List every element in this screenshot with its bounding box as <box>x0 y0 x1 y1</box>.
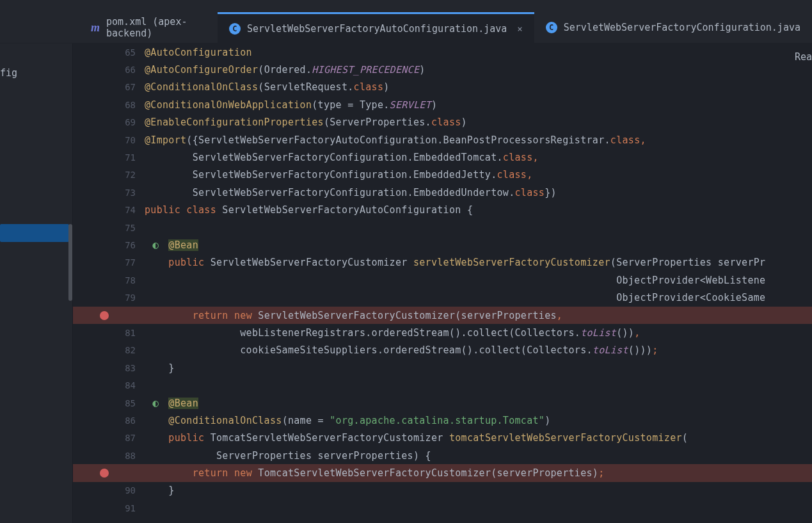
token: , <box>527 169 532 181</box>
gutter[interactable]: 67 <box>73 82 145 92</box>
code-content[interactable]: @ConditionalOnWebApplication(type = Type… <box>145 99 437 111</box>
line-number: 67 <box>125 82 136 92</box>
code-line[interactable]: 84 <box>73 376 812 394</box>
code-content[interactable]: public TomcatServletWebServerFactoryCust… <box>145 432 688 444</box>
code-content[interactable]: webListenerRegistrars.orderedStream().co… <box>145 327 641 339</box>
code-line[interactable]: 86 @ConditionalOnClass(name = "org.apach… <box>73 412 812 429</box>
code-line[interactable]: 88 ServerProperties serverProperties) { <box>73 447 812 464</box>
sidebar-scrollbar-thumb[interactable] <box>68 224 72 301</box>
gutter[interactable]: 72 <box>73 170 145 180</box>
gutter[interactable]: 91 <box>73 503 145 513</box>
line-number: 81 <box>125 328 136 338</box>
tab-servlet-auto-config[interactable]: C ServletWebServerFactoryAutoConfigurati… <box>218 12 534 43</box>
code-content[interactable]: public class ServletWebServerFactoryAuto… <box>145 204 473 216</box>
code-line[interactable]: 77 public ServletWebServerFactoryCustomi… <box>73 254 812 271</box>
tab-pom[interactable]: m pom.xml (apex-backend) <box>79 12 218 43</box>
code-content[interactable]: ServerProperties serverProperties) { <box>145 450 431 462</box>
code-line[interactable]: 83 } <box>73 359 812 376</box>
code-line[interactable]: 73 ServletWebServerFactoryConfiguration.… <box>73 184 812 201</box>
gutter[interactable]: 76◐ <box>73 240 145 250</box>
gutter[interactable]: 66 <box>73 65 145 75</box>
code-content[interactable]: cookieSameSiteSuppliers.orderedStream().… <box>145 344 658 356</box>
code-content[interactable]: ServletWebServerFactoryConfiguration.Emb… <box>145 187 557 198</box>
code-line[interactable]: return new TomcatServletWebServerFactory… <box>73 464 812 481</box>
project-sidebar[interactable]: fig <box>0 44 73 523</box>
gutter[interactable]: 65 <box>73 47 145 58</box>
token: @ConditionalOnClass <box>168 415 282 426</box>
code-content[interactable]: @ConditionalOnClass(ServletRequest.class… <box>145 81 390 93</box>
code-content[interactable]: return new TomcatServletWebServerFactory… <box>145 467 605 479</box>
gutter[interactable]: 78 <box>73 275 145 286</box>
code-line[interactable]: 67@ConditionalOnClass(ServletRequest.cla… <box>73 79 812 96</box>
gutter[interactable]: 83 <box>73 363 145 373</box>
code-line[interactable]: 72 ServletWebServerFactoryConfiguration.… <box>73 166 812 184</box>
code-content[interactable]: public ServletWebServerFactoryCustomizer… <box>145 257 765 268</box>
code-editor[interactable]: 65@AutoConfiguration66@AutoConfigureOrde… <box>73 44 812 523</box>
gutter[interactable]: 79 <box>73 293 145 303</box>
gutter[interactable]: 68 <box>73 100 145 110</box>
gutter[interactable]: 70 <box>73 135 145 145</box>
code-line[interactable]: 70@Import({ServletWebServerFactoryAutoCo… <box>73 131 812 149</box>
gutter[interactable]: 69 <box>73 117 145 127</box>
tab-bar: m pom.xml (apex-backend) C ServletWebSer… <box>0 13 812 44</box>
gutter[interactable]: 87 <box>73 433 145 443</box>
breakpoint-icon[interactable] <box>100 311 109 320</box>
gutter[interactable]: 86 <box>73 415 145 426</box>
token: ) <box>383 81 389 93</box>
line-number: 70 <box>125 135 136 145</box>
code-content[interactable]: ObjectProvider<WebListene <box>145 275 765 286</box>
code-content[interactable]: } <box>145 362 175 374</box>
code-line[interactable]: 74public class ServletWebServerFactoryAu… <box>73 202 812 219</box>
code-content[interactable]: return new ServletWebServerFactoryCustom… <box>145 310 562 321</box>
line-number: 71 <box>125 152 136 163</box>
code-line[interactable]: 81 webListenerRegistrars.orderedStream()… <box>73 324 812 341</box>
gutter[interactable]: 73 <box>73 188 145 198</box>
gutter[interactable]: 81 <box>73 328 145 338</box>
gutter[interactable]: 75 <box>73 223 145 233</box>
gutter[interactable]: 90 <box>73 485 145 495</box>
code-line[interactable]: 87 public TomcatServletWebServerFactoryC… <box>73 430 812 447</box>
breakpoint-icon[interactable] <box>100 469 109 478</box>
line-number: 91 <box>125 503 136 513</box>
token: "org.apache.catalina.startup.Tomcat" <box>330 415 545 426</box>
code-content[interactable]: } <box>145 485 175 496</box>
gutter[interactable]: 74 <box>73 205 145 215</box>
code-content[interactable]: ServletWebServerFactoryConfiguration.Emb… <box>145 152 539 163</box>
tab-servlet-config[interactable]: C ServletWebServerFactoryConfiguration.j… <box>534 12 812 43</box>
token: ) <box>545 415 550 426</box>
code-line[interactable]: 75 <box>73 219 812 236</box>
spring-bean-icon[interactable]: ◐ <box>152 397 159 409</box>
gutter[interactable]: 88 <box>73 451 145 461</box>
code-content[interactable]: @AutoConfigureOrder(Ordered.HIGHEST_PREC… <box>145 64 426 76</box>
code-line[interactable]: 78 ObjectProvider<WebListene <box>73 271 812 289</box>
gutter[interactable]: 85◐ <box>73 398 145 408</box>
code-line[interactable]: 65@AutoConfiguration <box>73 44 812 61</box>
gutter[interactable]: 84 <box>73 380 145 390</box>
line-number: 75 <box>125 223 136 233</box>
code-line[interactable]: 71 ServletWebServerFactoryConfiguration.… <box>73 149 812 166</box>
code-content[interactable]: @AutoConfiguration <box>145 47 252 58</box>
code-line[interactable]: 76◐ @Bean <box>73 236 812 253</box>
gutter[interactable]: 82 <box>73 345 145 355</box>
close-icon[interactable]: × <box>517 24 522 34</box>
token: ObjectProvider<WebListene <box>145 275 765 286</box>
code-line[interactable]: return new ServletWebServerFactoryCustom… <box>73 307 812 324</box>
code-line[interactable]: 79 ObjectProvider<CookieSame <box>73 289 812 306</box>
gutter[interactable]: 71 <box>73 152 145 163</box>
gutter[interactable]: 77 <box>73 257 145 268</box>
code-content[interactable]: ServletWebServerFactoryConfiguration.Emb… <box>145 169 533 181</box>
token: , <box>640 134 646 146</box>
token: ServletWebServerFactoryAutoConfiguration… <box>222 204 473 216</box>
code-line[interactable]: 91 <box>73 499 812 517</box>
code-content[interactable]: @ConditionalOnClass(name = "org.apache.c… <box>145 415 551 426</box>
code-content[interactable]: ObjectProvider<CookieSame <box>145 292 765 303</box>
code-line[interactable]: 69@EnableConfigurationProperties(ServerP… <box>73 114 812 131</box>
code-line[interactable]: 82 cookieSameSiteSuppliers.orderedStream… <box>73 342 812 359</box>
code-line[interactable]: 90 } <box>73 482 812 499</box>
code-content[interactable]: @Import({ServletWebServerFactoryAutoConf… <box>145 134 646 146</box>
code-line[interactable]: 85◐ @Bean <box>73 394 812 412</box>
code-content[interactable]: @EnableConfigurationProperties(ServerPro… <box>145 117 467 128</box>
code-line[interactable]: 66@AutoConfigureOrder(Ordered.HIGHEST_PR… <box>73 61 812 78</box>
code-line[interactable]: 68@ConditionalOnWebApplication(type = Ty… <box>73 96 812 113</box>
spring-bean-icon[interactable]: ◐ <box>152 239 159 251</box>
